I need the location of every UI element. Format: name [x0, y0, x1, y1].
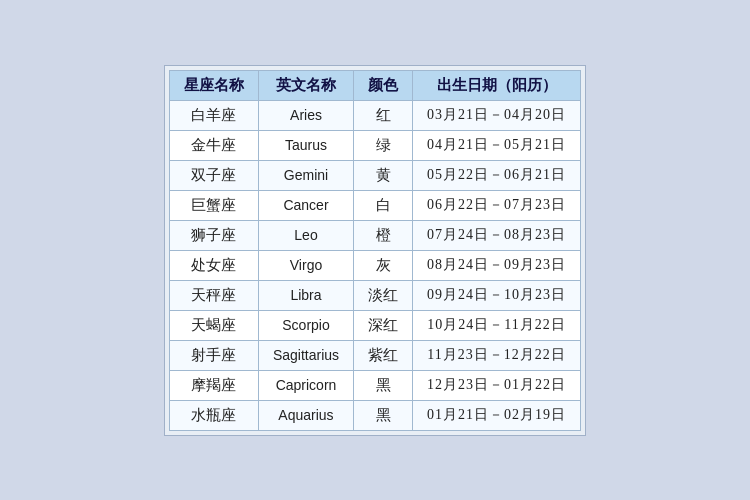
cell-english: Taurus [258, 130, 353, 160]
cell-chinese: 白羊座 [169, 100, 258, 130]
cell-chinese: 天蝎座 [169, 310, 258, 340]
cell-color: 黑 [354, 370, 413, 400]
cell-date: 09月24日－10月23日 [413, 280, 581, 310]
cell-chinese: 双子座 [169, 160, 258, 190]
cell-chinese: 天秤座 [169, 280, 258, 310]
cell-english: Scorpio [258, 310, 353, 340]
table-row: 白羊座Aries红03月21日－04月20日 [169, 100, 580, 130]
table-row: 处女座Virgo灰08月24日－09月23日 [169, 250, 580, 280]
cell-date: 05月22日－06月21日 [413, 160, 581, 190]
cell-date: 07月24日－08月23日 [413, 220, 581, 250]
table-row: 狮子座Leo橙07月24日－08月23日 [169, 220, 580, 250]
header-english-name: 英文名称 [258, 70, 353, 100]
cell-chinese: 摩羯座 [169, 370, 258, 400]
cell-chinese: 巨蟹座 [169, 190, 258, 220]
cell-date: 06月22日－07月23日 [413, 190, 581, 220]
cell-english: Gemini [258, 160, 353, 190]
cell-date: 04月21日－05月21日 [413, 130, 581, 160]
cell-color: 红 [354, 100, 413, 130]
cell-color: 黑 [354, 400, 413, 430]
cell-date: 10月24日－11月22日 [413, 310, 581, 340]
cell-english: Sagittarius [258, 340, 353, 370]
table-row: 水瓶座Aquarius黑01月21日－02月19日 [169, 400, 580, 430]
cell-english: Capricorn [258, 370, 353, 400]
cell-chinese: 射手座 [169, 340, 258, 370]
cell-color: 深红 [354, 310, 413, 340]
cell-chinese: 水瓶座 [169, 400, 258, 430]
table-row: 天蝎座Scorpio深红10月24日－11月22日 [169, 310, 580, 340]
cell-color: 黄 [354, 160, 413, 190]
cell-date: 08月24日－09月23日 [413, 250, 581, 280]
cell-color: 橙 [354, 220, 413, 250]
cell-date: 03月21日－04月20日 [413, 100, 581, 130]
table-row: 天秤座Libra淡红09月24日－10月23日 [169, 280, 580, 310]
table-row: 巨蟹座Cancer白06月22日－07月23日 [169, 190, 580, 220]
table-row: 金牛座Taurus绿04月21日－05月21日 [169, 130, 580, 160]
zodiac-table: 星座名称 英文名称 颜色 出生日期（阳历） 白羊座Aries红03月21日－04… [169, 70, 581, 431]
cell-english: Virgo [258, 250, 353, 280]
cell-english: Aries [258, 100, 353, 130]
cell-color: 紫红 [354, 340, 413, 370]
table-row: 摩羯座Capricorn黑12月23日－01月22日 [169, 370, 580, 400]
cell-chinese: 金牛座 [169, 130, 258, 160]
cell-date: 12月23日－01月22日 [413, 370, 581, 400]
table-row: 双子座Gemini黄05月22日－06月21日 [169, 160, 580, 190]
cell-date: 01月21日－02月19日 [413, 400, 581, 430]
cell-english: Leo [258, 220, 353, 250]
cell-english: Aquarius [258, 400, 353, 430]
cell-chinese: 狮子座 [169, 220, 258, 250]
cell-english: Libra [258, 280, 353, 310]
table-row: 射手座Sagittarius紫红11月23日－12月22日 [169, 340, 580, 370]
cell-chinese: 处女座 [169, 250, 258, 280]
header-chinese-name: 星座名称 [169, 70, 258, 100]
header-date: 出生日期（阳历） [413, 70, 581, 100]
cell-color: 淡红 [354, 280, 413, 310]
header-color: 颜色 [354, 70, 413, 100]
cell-date: 11月23日－12月22日 [413, 340, 581, 370]
table-header-row: 星座名称 英文名称 颜色 出生日期（阳历） [169, 70, 580, 100]
cell-color: 灰 [354, 250, 413, 280]
table-wrapper: 星座名称 英文名称 颜色 出生日期（阳历） 白羊座Aries红03月21日－04… [164, 65, 586, 436]
cell-color: 白 [354, 190, 413, 220]
cell-color: 绿 [354, 130, 413, 160]
cell-english: Cancer [258, 190, 353, 220]
